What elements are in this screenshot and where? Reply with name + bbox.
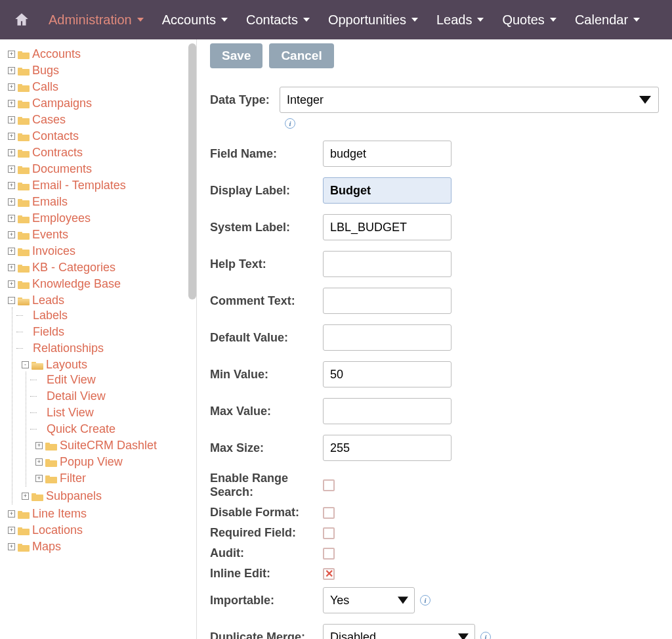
min-value-input[interactable] bbox=[323, 361, 452, 387]
label-min-value: Min Value: bbox=[210, 368, 323, 382]
max-value-input[interactable] bbox=[323, 398, 452, 424]
folder-icon bbox=[18, 165, 30, 174]
expand-icon[interactable]: + bbox=[8, 231, 15, 238]
required-checkbox[interactable] bbox=[323, 527, 335, 539]
tree-item[interactable]: Contracts bbox=[32, 146, 83, 160]
tree-item[interactable]: Leads bbox=[32, 294, 64, 307]
expand-icon[interactable]: + bbox=[8, 83, 15, 91]
collapse-icon[interactable]: - bbox=[22, 361, 29, 368]
tree-item[interactable]: Subpanels bbox=[46, 489, 102, 503]
tree-item[interactable]: Relationships bbox=[33, 342, 104, 355]
tree-item[interactable]: Filter bbox=[60, 472, 86, 485]
audit-checkbox[interactable] bbox=[323, 548, 335, 560]
help-text-input[interactable] bbox=[323, 251, 452, 277]
folder-icon bbox=[18, 296, 30, 305]
tree-item[interactable]: Email - Templates bbox=[32, 179, 126, 192]
data-type-select[interactable]: Integer bbox=[280, 87, 659, 113]
display-label-input[interactable] bbox=[323, 177, 452, 204]
save-button[interactable]: Save bbox=[210, 43, 262, 68]
folder-icon bbox=[18, 263, 30, 273]
info-icon[interactable]: i bbox=[285, 118, 295, 129]
nav-accounts[interactable]: Accounts bbox=[162, 12, 228, 28]
folder-icon bbox=[18, 132, 30, 141]
expand-icon[interactable]: + bbox=[8, 543, 15, 550]
cancel-button[interactable]: Cancel bbox=[269, 43, 333, 68]
folder-icon bbox=[18, 542, 30, 552]
expand-icon[interactable]: + bbox=[8, 248, 15, 255]
tree-item[interactable]: Accounts bbox=[32, 47, 81, 61]
caret-down-icon bbox=[137, 18, 144, 22]
nav-calendar[interactable]: Calendar bbox=[575, 12, 640, 28]
nav-administration[interactable]: Administration bbox=[49, 12, 144, 28]
tree-item[interactable]: Locations bbox=[32, 523, 83, 537]
expand-icon[interactable]: + bbox=[8, 116, 15, 123]
duplicate-merge-select[interactable]: Disabled bbox=[323, 624, 475, 639]
tree-item[interactable]: Employees bbox=[32, 211, 91, 225]
folder-icon bbox=[18, 50, 30, 59]
module-tree: +Accounts+Bugs+Calls+Campaigns+Cases+Con… bbox=[7, 46, 196, 555]
expand-icon[interactable]: + bbox=[35, 458, 43, 466]
tree-item[interactable]: Detail View bbox=[47, 389, 106, 403]
tree-item[interactable]: Campaigns bbox=[32, 97, 92, 110]
expand-icon[interactable]: + bbox=[8, 133, 15, 140]
tree-item[interactable]: Events bbox=[32, 228, 68, 242]
expand-icon[interactable]: + bbox=[8, 280, 15, 288]
tree-item[interactable]: Contacts bbox=[32, 129, 79, 143]
main-panel: Save Cancel Data Type: Integer i Field N… bbox=[197, 39, 672, 639]
default-value-input[interactable] bbox=[323, 324, 452, 351]
tree-item[interactable]: SuiteCRM Dashlet bbox=[60, 439, 157, 452]
expand-icon[interactable]: + bbox=[8, 215, 15, 222]
tree-item[interactable]: Edit View bbox=[47, 373, 96, 387]
tree-item[interactable]: Labels bbox=[33, 309, 68, 322]
tree-item[interactable]: Emails bbox=[32, 195, 68, 209]
tree-item[interactable]: List View bbox=[47, 406, 94, 420]
field-name-input[interactable] bbox=[323, 141, 452, 167]
nav-contacts[interactable]: Contacts bbox=[246, 12, 310, 28]
tree-item[interactable]: Cases bbox=[32, 113, 66, 127]
expand-icon[interactable]: + bbox=[8, 510, 15, 518]
collapse-icon[interactable]: - bbox=[8, 297, 15, 304]
importable-select[interactable]: Yes bbox=[323, 587, 415, 613]
expand-icon[interactable]: + bbox=[35, 475, 43, 482]
tree-item[interactable]: Invoices bbox=[32, 244, 75, 258]
inline-edit-checkbox[interactable]: ✕ bbox=[323, 568, 335, 580]
tree-item[interactable]: Knowledge Base bbox=[32, 277, 121, 291]
expand-icon[interactable]: + bbox=[35, 442, 43, 449]
label-duplicate-merge: Duplicate Merge: bbox=[210, 630, 323, 640]
nav-leads[interactable]: Leads bbox=[436, 12, 484, 28]
tree-item[interactable]: Calls bbox=[32, 80, 58, 94]
enable-range-checkbox[interactable] bbox=[323, 479, 335, 491]
disable-format-checkbox[interactable] bbox=[323, 507, 335, 519]
max-size-input[interactable] bbox=[323, 435, 452, 461]
tree-item[interactable]: Documents bbox=[32, 162, 92, 176]
tree-item[interactable]: Layouts bbox=[46, 358, 87, 372]
label-max-value: Max Value: bbox=[210, 405, 323, 418]
folder-icon bbox=[32, 492, 43, 501]
tree-item[interactable]: Quick Create bbox=[47, 422, 116, 436]
nav-quotes[interactable]: Quotes bbox=[502, 12, 556, 28]
comment-text-input[interactable] bbox=[323, 288, 452, 314]
system-label-input[interactable] bbox=[323, 214, 452, 240]
scrollbar[interactable] bbox=[188, 43, 196, 299]
folder-icon bbox=[18, 214, 30, 223]
expand-icon[interactable]: + bbox=[8, 182, 15, 189]
expand-icon[interactable]: + bbox=[8, 264, 15, 271]
expand-icon[interactable]: + bbox=[8, 149, 15, 156]
expand-icon[interactable]: + bbox=[8, 165, 15, 173]
tree-item[interactable]: Maps bbox=[32, 540, 61, 554]
info-icon[interactable]: i bbox=[480, 632, 491, 639]
expand-icon[interactable]: + bbox=[8, 198, 15, 206]
home-icon[interactable] bbox=[13, 11, 30, 28]
tree-item[interactable]: Popup View bbox=[60, 455, 123, 469]
expand-icon[interactable]: + bbox=[8, 51, 15, 58]
expand-icon[interactable]: + bbox=[8, 100, 15, 107]
nav-opportunities[interactable]: Opportunities bbox=[328, 12, 418, 28]
expand-icon[interactable]: + bbox=[8, 67, 15, 74]
info-icon[interactable]: i bbox=[420, 595, 430, 606]
tree-item[interactable]: Fields bbox=[33, 325, 64, 339]
tree-item[interactable]: Line Items bbox=[32, 507, 87, 521]
tree-item[interactable]: KB - Categories bbox=[32, 261, 116, 275]
tree-item[interactable]: Bugs bbox=[32, 64, 59, 77]
expand-icon[interactable]: + bbox=[8, 527, 15, 534]
expand-icon[interactable]: + bbox=[22, 493, 29, 500]
